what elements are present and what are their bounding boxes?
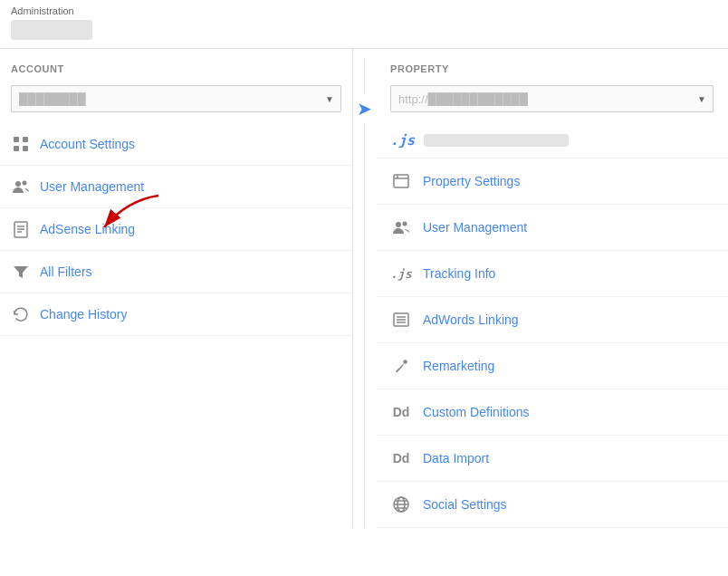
globe-icon	[390, 494, 412, 515]
list-icon	[390, 309, 412, 331]
left-panel: ACCOUNT ████████ ▼ Account Settings	[0, 49, 353, 528]
property-section-label: PROPERTY	[376, 49, 728, 80]
svg-point-14	[396, 222, 401, 227]
top-bar: Administration	[0, 0, 728, 49]
user-management-label: User Management	[40, 179, 144, 194]
svg-rect-2	[14, 146, 19, 151]
svg-point-5	[23, 181, 27, 186]
js-tracking-icon: .js	[390, 263, 412, 284]
right-nav-user-management[interactable]: User Management	[376, 205, 728, 251]
js-profile-icon: .js	[390, 132, 415, 149]
change-history-label: Change History	[40, 307, 128, 322]
sidebar-item-account-settings[interactable]: Account Settings	[0, 123, 352, 166]
property-settings-label: Property Settings	[423, 174, 520, 188]
grid-icon	[11, 134, 31, 154]
social-settings-label: Social Settings	[423, 497, 507, 512]
sidebar-item-change-history[interactable]: Change History	[0, 293, 352, 336]
svg-rect-3	[23, 146, 28, 151]
dd-import-icon: Dd	[390, 447, 412, 469]
document-icon	[11, 219, 31, 239]
transfer-icon: ➤	[353, 94, 376, 123]
svg-rect-1	[23, 137, 28, 142]
account-section-label: ACCOUNT	[0, 49, 352, 80]
tools-icon	[390, 355, 412, 377]
filter-icon	[11, 262, 31, 282]
main-container: ACCOUNT ████████ ▼ Account Settings	[0, 49, 728, 528]
window-icon	[390, 170, 412, 192]
svg-point-15	[403, 222, 407, 226]
right-nav-tracking-info[interactable]: .js Tracking Info	[376, 251, 728, 297]
svg-rect-0	[14, 137, 19, 142]
adwords-linking-label: AdWords Linking	[423, 312, 519, 327]
svg-rect-11	[394, 175, 408, 187]
right-panel: PROPERTY http://████████████ ▼ .js	[376, 49, 728, 528]
dd-custom-icon: Dd	[390, 401, 412, 423]
right-nav-property-settings[interactable]: Property Settings	[376, 158, 728, 205]
account-dropdown[interactable]: ████████	[11, 85, 341, 112]
right-user-management-label: User Management	[423, 220, 527, 235]
profile-name-bar	[424, 134, 569, 147]
sidebar-item-all-filters[interactable]: All Filters	[0, 251, 352, 293]
right-nav-custom-definitions[interactable]: Dd Custom Definitions	[376, 389, 728, 436]
sidebar-item-adsense-linking[interactable]: AdSense Linking	[0, 208, 352, 251]
right-nav-social-settings[interactable]: Social Settings	[376, 482, 728, 528]
users-icon-right	[390, 216, 412, 238]
property-dropdown-wrapper[interactable]: http://████████████ ▼	[390, 85, 714, 112]
admin-title: Administration	[11, 5, 717, 16]
right-nav-data-import[interactable]: Dd Data Import	[376, 436, 728, 482]
all-filters-label: All Filters	[40, 264, 92, 279]
account-dropdown-row: ████████ ▼	[0, 80, 352, 123]
adsense-linking-label: AdSense Linking	[40, 222, 135, 236]
data-import-label: Data Import	[423, 451, 489, 466]
right-nav-remarketing[interactable]: Remarketing	[376, 343, 728, 389]
logo	[11, 20, 92, 40]
property-dropdown[interactable]: http://████████████	[390, 85, 714, 112]
right-nav-adwords-linking[interactable]: AdWords Linking	[376, 297, 728, 343]
custom-definitions-label: Custom Definitions	[423, 405, 530, 419]
account-dropdown-wrapper[interactable]: ████████ ▼	[11, 85, 341, 112]
tracking-info-label: Tracking Info	[423, 266, 495, 281]
panel-connector: ➤	[353, 49, 376, 528]
profile-row: .js	[376, 123, 728, 158]
account-settings-label: Account Settings	[40, 137, 135, 151]
history-icon	[11, 304, 31, 324]
remarketing-label: Remarketing	[423, 359, 494, 373]
svg-point-4	[15, 181, 21, 187]
property-dropdown-row: http://████████████ ▼	[376, 80, 728, 123]
users-icon-left	[11, 177, 31, 197]
sidebar-item-user-management[interactable]: User Management	[0, 166, 352, 208]
